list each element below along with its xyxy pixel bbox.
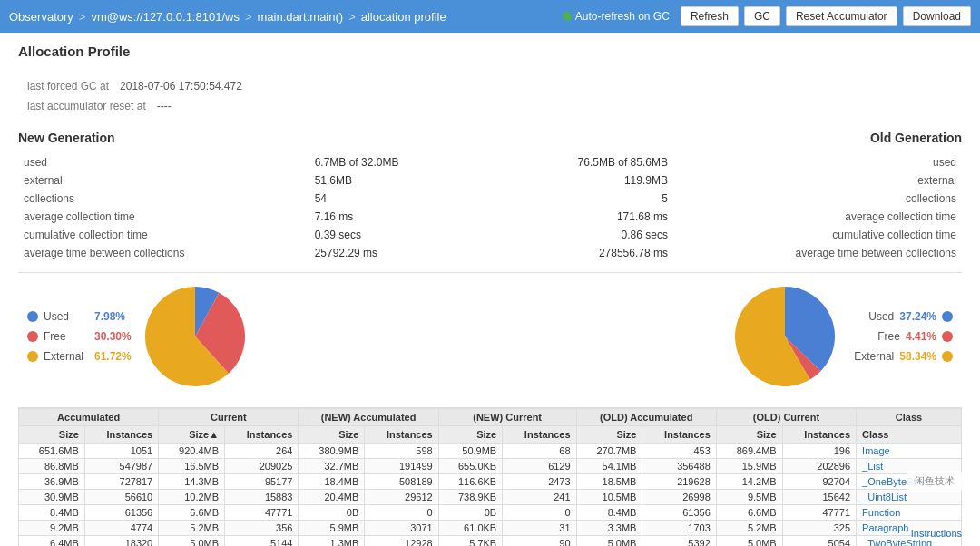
- breadcrumb-vm[interactable]: vm@ws://127.0.0.1:8101/ws: [91, 10, 240, 24]
- ng-avgb-label: average time between collections: [20, 245, 295, 261]
- class-cell[interactable]: Function: [857, 505, 962, 521]
- data-cell: 61.0KB: [438, 521, 503, 536]
- th-oacc-inst[interactable]: Instances: [642, 426, 716, 444]
- data-cell: 6.4MB: [19, 536, 85, 546]
- allocation-table: Accumulated Current (NEW) Accumulated (N…: [18, 408, 962, 546]
- og-used-dot: [942, 311, 953, 322]
- new-gen-pie-chart: [141, 282, 250, 391]
- data-cell: 5.2MB: [716, 521, 782, 536]
- data-cell: 264: [225, 444, 299, 459]
- th-old-current: (OLD) Current: [716, 409, 856, 426]
- data-cell: 655.0KB: [438, 459, 503, 474]
- data-cell: 738.9KB: [438, 490, 503, 505]
- data-cell: 12928: [365, 536, 438, 546]
- data-cell: 219628: [642, 474, 716, 490]
- data-cell: 9.5MB: [716, 490, 782, 505]
- last-gc-label: last forced GC at: [27, 77, 109, 97]
- breadcrumb-observatory[interactable]: Observatory: [9, 10, 74, 24]
- breadcrumb: Observatory > vm@ws://127.0.0.1:8101/ws …: [9, 10, 563, 24]
- legend-used-pct: 7.98%: [94, 310, 125, 323]
- th-nacc-inst[interactable]: Instances: [365, 426, 438, 444]
- og-legend-ext-pct: 58.34%: [899, 350, 936, 363]
- reset-accumulator-button[interactable]: Reset Accumulator: [786, 6, 897, 26]
- legend-free: Free 30.30%: [27, 330, 132, 343]
- data-cell: 15642: [782, 490, 856, 505]
- data-cell: 202896: [782, 459, 856, 474]
- th-ocur-inst[interactable]: Instances: [782, 426, 856, 444]
- og-ext-value: 119.9MB: [511, 172, 686, 189]
- class-cell[interactable]: _OneByteString: [857, 474, 962, 490]
- th-ocur-size[interactable]: Size: [716, 426, 782, 444]
- th-class-col: Class: [857, 426, 962, 444]
- breadcrumb-main[interactable]: main.dart:main(): [258, 10, 344, 24]
- th-current: Current: [159, 409, 299, 426]
- table-row: 8.4MB613566.6MB477710B00B08.4MB613566.6M…: [19, 505, 962, 521]
- data-cell: 5.0MB: [716, 536, 782, 546]
- og-legend-ext: 58.34% External: [848, 350, 953, 363]
- data-cell: 86.8MB: [19, 459, 85, 474]
- og-used-label: used: [688, 154, 960, 171]
- data-cell: 356: [225, 521, 299, 536]
- auto-refresh-indicator: Auto-refresh on GC: [563, 10, 670, 23]
- page-title: Allocation Profile: [18, 44, 962, 59]
- th-acc-size[interactable]: Size: [19, 426, 85, 444]
- data-cell: 0: [365, 505, 438, 521]
- data-cell: 2473: [503, 474, 576, 490]
- new-gen-panel: New Generation used6.7MB of 32.0MB exter…: [18, 131, 471, 263]
- data-cell: 3.3MB: [576, 521, 642, 536]
- allocation-table-section: Accumulated Current (NEW) Accumulated (N…: [18, 407, 962, 546]
- ng-col-value: 54: [297, 190, 470, 207]
- breadcrumb-current: allocation profile: [361, 10, 446, 24]
- refresh-button[interactable]: Refresh: [681, 6, 739, 26]
- th-oacc-size[interactable]: Size: [576, 426, 642, 444]
- data-cell: 356488: [642, 459, 716, 474]
- data-cell: 1703: [642, 521, 716, 536]
- data-cell: 15883: [225, 490, 299, 505]
- legend-ext-pct: 61.72%: [94, 350, 132, 363]
- data-cell: 15.9MB: [716, 459, 782, 474]
- data-cell: 508189: [365, 474, 438, 490]
- og-avg-value: 171.68 ms: [511, 209, 686, 225]
- data-cell: 598: [365, 444, 438, 459]
- th-ncur-size[interactable]: Size: [438, 426, 503, 444]
- class-cell[interactable]: _Uint8List: [857, 490, 962, 505]
- og-ext-label: external: [688, 172, 960, 189]
- th-acc-inst[interactable]: Instances: [84, 426, 158, 444]
- th-nacc-size[interactable]: Size: [299, 426, 365, 444]
- data-cell: 116.6KB: [438, 474, 503, 490]
- data-cell: 20.4MB: [299, 490, 365, 505]
- generation-panels: New Generation used6.7MB of 32.0MB exter…: [18, 131, 962, 263]
- data-cell: 54.1MB: [576, 459, 642, 474]
- gc-button[interactable]: GC: [744, 6, 780, 26]
- data-cell: 325: [782, 521, 856, 536]
- old-gen-panel: Old Generation 76.5MB of 85.6MBused 119.…: [509, 131, 962, 263]
- data-cell: 5392: [642, 536, 716, 546]
- instructions-link[interactable]: Instructions: [911, 528, 962, 539]
- download-button[interactable]: Download: [903, 6, 971, 26]
- data-cell: 50.9MB: [438, 444, 503, 459]
- data-cell: 29612: [365, 490, 438, 505]
- th-cur-inst[interactable]: Instances: [225, 426, 299, 444]
- og-avgb-label: average time between collections: [688, 245, 960, 261]
- data-cell: 18.5MB: [576, 474, 642, 490]
- ng-avgb-value: 25792.29 ms: [297, 245, 470, 261]
- table-row: 36.9MB72781714.3MB9517718.4MB508189116.6…: [19, 474, 962, 490]
- class-cell[interactable]: Image: [857, 444, 962, 459]
- og-legend-free-pct: 4.41%: [906, 330, 936, 343]
- legend-free-pct: 30.30%: [94, 330, 132, 343]
- th-cur-size[interactable]: Size▲: [159, 426, 225, 444]
- class-cell[interactable]: _List: [857, 459, 962, 474]
- table-row: 86.8MB54798716.5MB20902532.7MB191499655.…: [19, 459, 962, 474]
- th-ncur-inst[interactable]: Instances: [503, 426, 576, 444]
- data-cell: 95177: [225, 474, 299, 490]
- og-legend-free: 4.41% Free: [855, 330, 953, 343]
- data-cell: 1.3MB: [299, 536, 365, 546]
- ng-cum-label: cumulative collection time: [20, 227, 295, 243]
- data-cell: 31: [503, 521, 576, 536]
- legend-free-label: Free: [44, 330, 89, 343]
- og-ext-dot: [942, 351, 953, 362]
- data-cell: 32.7MB: [299, 459, 365, 474]
- data-cell: 9.2MB: [19, 521, 85, 536]
- free-dot: [27, 331, 38, 342]
- ng-used-label: used: [20, 154, 295, 171]
